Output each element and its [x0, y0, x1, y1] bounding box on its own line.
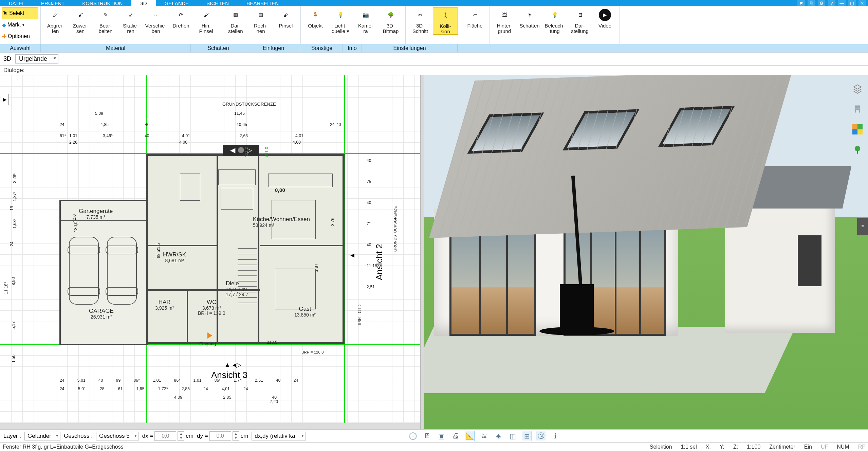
panel-handle[interactable]: ≡: [857, 218, 868, 235]
boundary-right-label: GRUNDSTÜCKSGRENZE: [393, 206, 397, 252]
ribbon-g-einst-1[interactable]: ☀Schatten: [517, 7, 542, 34]
ribbon-g-material-6[interactable]: 🖌Hin.Pinsel: [193, 7, 219, 34]
ribbon-g-material-5[interactable]: ⟳Drehen: [168, 7, 193, 34]
class-selector[interactable]: Urgelände: [15, 54, 58, 64]
view2-arrow: ▲: [348, 252, 356, 259]
stove-object[interactable]: [560, 284, 594, 328]
measure-icon[interactable]: 📐: [465, 431, 475, 441]
minimize-icon[interactable]: —: [838, 0, 846, 6]
window-controls: ✖ ⧉ ⚙ ? — ▢ ✕: [797, 0, 868, 6]
svg-rect-1: [857, 150, 858, 154]
ribbon-g-einfuegen-0[interactable]: 🪑Objekt: [303, 7, 328, 34]
ribbon-g-material-4[interactable]: ↔Verschie-ben: [143, 7, 168, 34]
ribbon-g-einst-3[interactable]: 🖥Dar-stellung: [567, 7, 592, 34]
ribbon-g-einst-2[interactable]: 💡Beleuch-tung: [542, 7, 567, 34]
label-kueche: Küche/Wohnen/Essen53,924 m²: [253, 216, 310, 228]
ribbon-g-sonstige-0[interactable]: ✂3D-Schnitt: [408, 7, 433, 34]
ribbon-g-material-3[interactable]: ⤢Skalie-ren: [118, 7, 143, 34]
dialoge-label: Dialoge:: [3, 67, 24, 74]
layers-icon[interactable]: [851, 83, 864, 95]
ribbon-g-einfuegen-1[interactable]: 💡Licht-quelle ▾: [328, 7, 353, 34]
menu-gelaende[interactable]: GELÄNDE: [156, 0, 198, 6]
label-hwr: HWR/SK8,681 m²: [163, 252, 186, 263]
view-options: 🕒 🖥 ▣ 🖨 📐 ≋ ◈ ◫ ⊞ Ⓝ ℹ: [408, 431, 560, 441]
ribbon-g-einst-4[interactable]: ▶Video: [592, 7, 617, 34]
label-gast: Gast13,850 m²: [294, 306, 316, 318]
restore-icon[interactable]: ⧉: [808, 0, 815, 6]
mark-button[interactable]: ◆Mark.▾: [2, 19, 38, 31]
h-scrollbar[interactable]: [0, 423, 420, 429]
ribbon-g-einst-0[interactable]: 🖼Hinter-grund: [492, 7, 517, 34]
ribbon-group-auswahl: 🖱Selekt ◆Mark.▾ ✚Optionen: [0, 6, 41, 44]
menu-datei[interactable]: DATEI: [0, 0, 32, 6]
menu-3d[interactable]: 3D: [131, 0, 155, 6]
ribbon-g-schatten-0[interactable]: ▦Dar-stellen: [223, 7, 248, 34]
menu-sichten[interactable]: SICHTEN: [198, 0, 238, 6]
maximize-icon[interactable]: ▢: [848, 0, 856, 6]
view-tools-dock: [850, 83, 865, 156]
dx-input[interactable]: [154, 431, 176, 441]
ribbon-g-material-1[interactable]: 🖌Zuwei-sen: [68, 7, 93, 34]
help-icon[interactable]: ?: [828, 0, 835, 6]
ribbon-g-info-0[interactable]: ▱Fläche: [462, 7, 487, 34]
status-left: Fenster RH 3flg. gr L=Einbauteile G=Erdg…: [3, 444, 124, 450]
ribbon-g-einfuegen-3[interactable]: 🌳3D-Bitmap: [378, 7, 403, 34]
context-bar: 3D Urgelände: [0, 53, 868, 66]
grid-icon[interactable]: ⊞: [522, 431, 532, 441]
perspective-icon[interactable]: ◫: [507, 431, 518, 441]
tools-icon[interactable]: ✖: [797, 0, 805, 6]
close-icon[interactable]: ✕: [858, 0, 866, 6]
dy-input[interactable]: [209, 431, 231, 441]
label-har: HAR3,925 m²: [155, 299, 174, 311]
ribbon-group-info: ▱Fläche: [460, 6, 490, 44]
coordmode-combo[interactable]: dx,dy (relativ ka: [252, 432, 306, 440]
ribbon-g-schatten-2[interactable]: 🖌Pinsel: [273, 7, 298, 34]
layer-combo[interactable]: Geländer: [24, 432, 60, 440]
ribbon-g-einfuegen-2[interactable]: 📷Kame-ra: [353, 7, 378, 34]
settings-icon[interactable]: ⚙: [818, 0, 825, 6]
selekt-button[interactable]: 🖱Selekt: [2, 7, 38, 19]
view-3d-pane[interactable]: ≡: [424, 75, 868, 429]
clock-icon[interactable]: 🕒: [408, 431, 418, 441]
splitter[interactable]: [421, 75, 424, 429]
bottom-toolbar: Layer : Geländer Geschoss : Geschoss 5 d…: [0, 429, 868, 442]
dx-stepper[interactable]: ▲▼: [178, 431, 184, 441]
optionen-button[interactable]: ✚Optionen: [2, 31, 38, 42]
label-diele: Diele14,168 m²17,7 / 29,7: [226, 281, 248, 297]
label-garage: GARAGE26,931 m²: [89, 308, 114, 320]
panel-expander[interactable]: ▶: [1, 94, 9, 105]
cube-icon[interactable]: ▣: [436, 431, 446, 441]
colors-icon[interactable]: [851, 123, 864, 136]
info-icon[interactable]: ℹ: [550, 431, 560, 441]
view3-arrow: ▲ ◂▷: [224, 361, 241, 369]
chair-icon[interactable]: [851, 103, 864, 115]
plane-icon[interactable]: ◈: [493, 431, 503, 441]
mode-label: 3D: [3, 55, 11, 62]
plan-2d-pane[interactable]: ▶ GRUNDSTÜCKSGRENZE GRUNDSTÜCKSGRENZE 5,…: [0, 75, 421, 429]
layers-toggle-icon[interactable]: ≋: [479, 431, 489, 441]
ribbon-group-sonstige: ✂3D-Schnitt🚶Kolli-sion: [406, 6, 460, 44]
dialoge-bar: Dialoge:: [0, 66, 868, 75]
ribbon-g-material-0[interactable]: 🖊Abgrei-fen: [43, 7, 68, 34]
car-2: [107, 237, 137, 305]
tree-icon[interactable]: [851, 144, 864, 156]
status-bar: Fenster RH 3flg. gr L=Einbauteile G=Erdg…: [0, 442, 868, 451]
ribbon-g-material-2[interactable]: ✎Bear-beiten: [93, 7, 118, 34]
monitor-icon[interactable]: 🖥: [422, 431, 432, 441]
menu-konstruktion[interactable]: KONSTRUKTION: [73, 0, 131, 6]
svg-point-0: [855, 146, 860, 151]
main-menu-bar: DATEI PROJEKT KONSTRUKTION 3D GELÄNDE SI…: [0, 0, 868, 6]
ribbon-g-sonstige-1[interactable]: 🚶Kolli-sion: [433, 7, 458, 35]
north-icon[interactable]: Ⓝ: [536, 431, 546, 441]
dy-stepper[interactable]: ▲▼: [233, 431, 239, 441]
car-1: [69, 237, 99, 305]
menu-bearbeiten[interactable]: BEARBEITEN: [238, 0, 288, 6]
boundary-label: GRUNDSTÜCKSGRENZE: [222, 102, 276, 107]
ribbon-group-material: 🖊Abgrei-fen🖌Zuwei-sen✎Bear-beiten⤢Skalie…: [41, 6, 221, 44]
main-area: ▶ GRUNDSTÜCKSGRENZE GRUNDSTÜCKSGRENZE 5,…: [0, 75, 868, 429]
label-garten: Gartengeräte7,735 m²: [79, 208, 113, 220]
print-icon[interactable]: 🖨: [450, 431, 461, 441]
menu-projekt[interactable]: PROJEKT: [32, 0, 73, 6]
ribbon-g-schatten-1[interactable]: ▤Rech-nen: [248, 7, 273, 34]
geschoss-combo[interactable]: Geschoss 5: [96, 432, 139, 440]
